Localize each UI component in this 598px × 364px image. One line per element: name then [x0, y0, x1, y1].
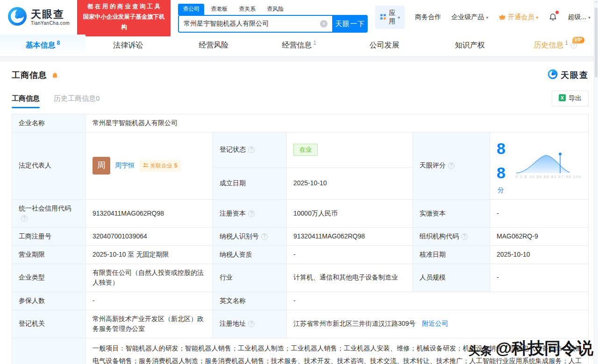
tab-company-development[interactable]: 公司发展	[342, 35, 427, 56]
status-badge: 在业	[293, 144, 318, 156]
crown-icon	[498, 14, 506, 21]
main-content: 工商信息 天眼查 工商信息 历史工商信息0	[0, 56, 598, 364]
value-reg-number: 320407001039064	[86, 228, 213, 246]
legal-rep-avatar[interactable]: 周	[93, 157, 110, 175]
menu-enterprise[interactable]: 企业级产品 ▾	[451, 13, 488, 21]
subtab-current-info[interactable]: 工商信息	[12, 94, 40, 108]
logo-domain: TianYanCha.com	[31, 21, 70, 26]
score-axis: 0 1 5 10 50 65 81 97 99 100	[515, 175, 582, 180]
search-input[interactable]	[178, 15, 332, 33]
top-header: 天眼查 TianYanCha.com 都 在 用 的 商 业 查 询 工 具 国…	[0, 0, 598, 35]
value-org-code: MAG062RQ-9	[490, 228, 589, 246]
nearby-companies-link[interactable]: 附近公司	[422, 320, 448, 327]
menu-cooperation[interactable]: 商务合作	[415, 13, 441, 21]
value-english-name: -	[287, 292, 589, 310]
export-button[interactable]: 导出	[552, 91, 589, 106]
tab-label: 公司发展	[370, 41, 399, 50]
related-companies-badge[interactable]: 关联企业 5	[139, 160, 181, 172]
value-company-type: 有限责任公司（自然人投资或控股的法人独资）	[86, 264, 213, 292]
site-logo[interactable]: 天眼查 TianYanCha.com	[7, 7, 70, 28]
value-insured: -	[86, 292, 213, 310]
label-reg-address: 注册地址?	[213, 310, 287, 338]
business-info-card: 工商信息 天眼查 工商信息 历史工商信息0	[0, 62, 598, 364]
scrollbar[interactable]: ⌃	[594, 0, 598, 364]
search-tabs: 查公司 查老板 查关系 查风险	[178, 4, 368, 15]
menu-enterprise-label: 企业级产品	[451, 13, 484, 21]
menu-super-vip-label: 超级...	[568, 13, 586, 21]
menu-super-vip[interactable]: 超级... ▾	[568, 13, 591, 21]
label-business-scope: 经营范围?	[12, 338, 86, 364]
value-tianyan-score: 88分	[490, 132, 589, 199]
tab-intellectual-property[interactable]: 知识产权	[427, 35, 513, 56]
label-taxpayer-quality: 纳税人资质	[213, 245, 287, 264]
value-reg-address: 江苏省常州市新北区三井街道汉江路309号 附近公司	[287, 310, 589, 338]
apps-menu-label: 应用	[389, 9, 395, 26]
tab-count-badge: 8	[57, 40, 60, 46]
tab-basic-info[interactable]: 基本信息8	[0, 35, 85, 56]
tab-label: 基本信息	[26, 41, 56, 50]
scrollbar-up-arrow[interactable]: ⌃	[594, 1, 598, 5]
value-staff-size: -	[490, 264, 589, 292]
apps-menu[interactable]: 应用 ▾	[375, 6, 405, 29]
tab-operation-info[interactable]: 经营信息1	[256, 35, 342, 56]
value-reg-status: 在业	[287, 132, 413, 168]
scrollbar-thumb[interactable]	[595, 7, 598, 77]
label-org-code: 组织机构代码?	[413, 228, 490, 246]
brand-title: 天眼查	[561, 70, 589, 81]
tab-count-badge: 1	[565, 40, 568, 46]
value-business-scope: 一般项目：智能机器人的研发；智能机器人销售；工业机器人制造；工业机器人销售；工业…	[86, 338, 589, 364]
company-nav-tabs: 基本信息8 法律诉讼 经营风险 经营信息1 公司发展 知识产权 VIP 历史信息…	[0, 35, 598, 56]
tab-operation-risk[interactable]: 经营风险	[171, 35, 256, 56]
help-icon[interactable]: ?	[261, 233, 268, 240]
label-business-term: 营业期限	[12, 245, 86, 264]
help-icon[interactable]: ?	[248, 321, 255, 327]
related-companies-count: 5	[174, 161, 178, 170]
search-tab-risk[interactable]: 查风险	[262, 4, 288, 15]
search-tab-boss[interactable]: 查老板	[206, 4, 232, 15]
legal-rep-link[interactable]: 周宇恒	[115, 161, 135, 171]
label-reg-capital: 注册资本?	[213, 199, 287, 227]
card-brand-logo: 天眼查	[548, 69, 589, 81]
label-approval-date: 核准日期	[413, 245, 490, 264]
search-button[interactable]: 天眼一下	[332, 15, 368, 33]
help-icon[interactable]: ?	[21, 215, 28, 222]
help-icon[interactable]: ?	[448, 162, 455, 169]
apps-grid-icon	[380, 14, 386, 21]
value-reg-authority: 常州高新技术产业开发区（新北区）政务服务管理办公室	[86, 310, 213, 338]
notifications-bell[interactable]	[548, 12, 557, 22]
menu-open-vip-label: 开通会员	[508, 13, 534, 21]
tab-label: 法律诉讼	[113, 41, 143, 50]
logo-title: 天眼查	[31, 9, 70, 20]
subtab-history-info[interactable]: 历史工商信息0	[54, 94, 100, 108]
label-tianyan-score: 天眼评分?	[413, 132, 490, 199]
menu-open-vip[interactable]: 开通会员 ▾	[498, 13, 538, 21]
table-row: 企业名称 常州星宇智能机器人有限公司	[12, 114, 589, 133]
help-icon[interactable]: ?	[248, 147, 255, 153]
table-row: 登记机关 常州高新技术产业开发区（新北区）政务服务管理办公室 注册地址? 江苏省…	[12, 310, 589, 338]
help-icon[interactable]: ?	[248, 210, 255, 217]
table-row: 工商注册号 320407001039064 纳税人识别号? 91320411MA…	[12, 228, 589, 246]
excel-icon	[559, 94, 566, 103]
business-info-table: 企业名称 常州星宇智能机器人有限公司 法定代表人 周 周宇恒	[12, 114, 589, 364]
search-tab-relation[interactable]: 查关系	[234, 4, 260, 15]
search-tab-company[interactable]: 查公司	[178, 4, 204, 15]
label-legal-rep: 法定代表人	[12, 132, 86, 199]
value-taxpayer-id: 91320411MAG062RQ98	[287, 228, 413, 246]
alert-bell-icon[interactable]	[51, 71, 59, 79]
chevron-down-icon: ▾	[398, 15, 400, 20]
tab-legal-proceedings[interactable]: 法律诉讼	[85, 35, 171, 56]
help-icon[interactable]: ?	[461, 233, 468, 240]
value-taxpayer-quality: -	[287, 245, 413, 264]
related-companies-icon	[143, 161, 148, 170]
table-row: 营业期限 2025-10-10 至 无固定期限 纳税人资质 - 核准日期 202…	[12, 245, 589, 264]
tianyancha-logo-icon	[7, 7, 27, 28]
label-english-name: 英文名称	[213, 292, 287, 310]
label-credit-code: 统一社会信用代码?	[12, 199, 86, 227]
section-title: 工商信息	[12, 70, 47, 81]
tab-label: 历史信息	[534, 41, 563, 50]
value-legal-rep: 周 周宇恒 关联企业 5	[86, 132, 213, 199]
tab-history-info[interactable]: VIP 历史信息1 ?	[513, 35, 598, 56]
chevron-down-icon: ▾	[536, 15, 538, 20]
related-companies-label: 关联企业	[150, 161, 172, 170]
promo-banner: 都 在 用 的 商 业 查 询 工 具 国家中小企业发展子基金旗下机构	[77, 0, 171, 36]
